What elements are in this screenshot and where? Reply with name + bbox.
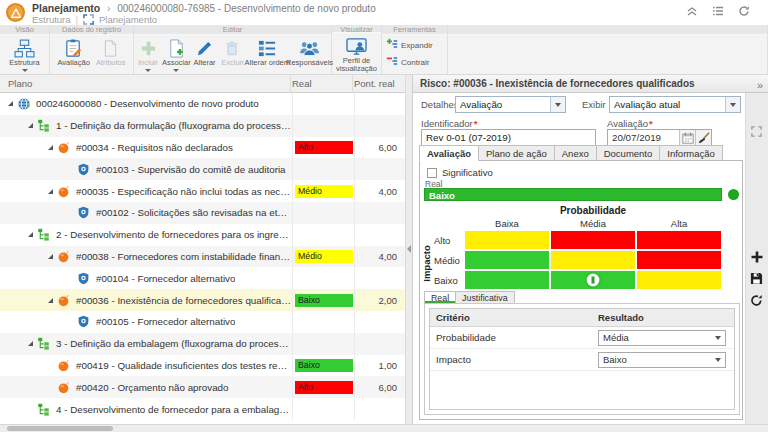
tree-row-score-cell	[354, 93, 405, 115]
org-chart-icon	[14, 38, 35, 58]
main-area: Plano Real Pont. real 000246000080 - Des…	[0, 75, 768, 424]
significativo-checkbox[interactable]	[427, 168, 437, 178]
toolbar-button-respons-veis[interactable]: Responsáveis	[289, 37, 330, 68]
toolbar-button-alterar-ordem[interactable]: Alterar ordem	[248, 37, 288, 68]
risk-panel-title: Risco: #00036 - Inexistência de forneced…	[413, 75, 768, 93]
toolbar-button-perfil-de-visualiza-o[interactable]: Perfil de visualização	[333, 35, 380, 74]
identificador-label: Identificador*	[421, 118, 477, 129]
plan-tree: 000246000080 - Desenvolvimento de novo p…	[0, 93, 405, 424]
expand-collapse-icon[interactable]	[48, 254, 53, 259]
detalhes-select-value: Avaliação	[456, 99, 550, 110]
toolbar-button-avalia-o[interactable]: Avaliação	[56, 37, 92, 68]
breadcrumb-separator-icon: ›	[107, 3, 110, 14]
exibir-select[interactable]: Avaliação atual	[609, 96, 741, 113]
refresh-page-icon[interactable]	[738, 5, 750, 17]
tab-avalia-o[interactable]: Avaliação	[419, 145, 479, 161]
expand-collapse-icon[interactable]	[48, 298, 53, 303]
risk-panel-title-text: Risco: #00036 - Inexistência de forneced…	[420, 78, 695, 89]
tree-item-label: 2 - Desenvolvimento de fornecedores para…	[56, 229, 292, 240]
matrix-cell[interactable]	[465, 231, 549, 249]
detalhes-select[interactable]: Avaliação	[455, 96, 566, 113]
matrix-cell[interactable]	[551, 251, 635, 269]
toolbar-button-label: Perfil de visualização	[335, 57, 379, 73]
maximize-icon[interactable]	[751, 126, 762, 139]
panel-collapse-icon[interactable]: »	[757, 77, 763, 93]
refresh-icon[interactable]	[750, 294, 763, 309]
avaliacao-date-value[interactable]: 20/07/2019	[608, 130, 679, 145]
tree-row[interactable]: #00103 - Supervisão do comitê de auditor…	[0, 158, 405, 180]
splitter-collapse-icon[interactable]	[407, 245, 411, 253]
tree-row[interactable]: #00105 - Fornecedor alternativo	[0, 311, 405, 333]
tree-item-label: #00036 - Inexistência de fornecedores qu…	[76, 295, 292, 306]
matrix-cell[interactable]	[465, 251, 549, 269]
tree-row[interactable]: #00035 - Especificação não inclui todas …	[0, 180, 405, 202]
toolbar-button-expandir[interactable]: Expandir	[386, 38, 433, 52]
matrix-cell[interactable]	[637, 271, 721, 289]
expand-collapse-icon[interactable]	[28, 341, 33, 346]
tab-informa-o[interactable]: Informação	[660, 145, 723, 161]
identificador-input[interactable]: Rev 0-01 (07-2019)	[421, 129, 596, 146]
document-icon	[102, 38, 119, 58]
tab-anexo[interactable]: Anexo	[555, 145, 597, 161]
tree-row[interactable]: #00036 - Inexistência de fornecedores qu…	[0, 289, 405, 311]
subnav-estrutura[interactable]: Estrutura	[32, 14, 71, 25]
expand-collapse-icon[interactable]	[28, 232, 33, 237]
tab-plano-de-a-o[interactable]: Plano de ação	[479, 145, 555, 161]
avaliacao-date-field[interactable]: 20/07/2019	[607, 129, 712, 146]
toolbar-button-label: Atributos	[96, 59, 126, 67]
save-icon[interactable]	[750, 272, 763, 287]
toolbar-button-associar[interactable]: Associar	[163, 37, 190, 73]
toolbar-group-0: VisãoEstrutura	[0, 25, 50, 74]
column-header-real[interactable]: Real	[292, 78, 312, 89]
tree-row-plano-cell: #00035 - Especificação não inclui todas …	[0, 180, 292, 202]
collapse-all-icon[interactable]	[686, 5, 698, 17]
tree-row[interactable]: #00420 - Orçamento não aprovadoAlto6,00	[0, 376, 405, 398]
expand-collapse-icon[interactable]	[48, 145, 53, 150]
tree-order-icon	[258, 38, 277, 58]
toolbar-group-label: Dados do registro	[50, 25, 133, 35]
column-header-plano[interactable]: Plano	[8, 78, 32, 89]
subnav-planejamento[interactable]: Planejamento	[99, 14, 157, 25]
toolbar-button-estrutura[interactable]: Estrutura	[7, 37, 41, 73]
tree-row[interactable]: #00038 - Fornecedores com instabilidade …	[0, 246, 405, 268]
matrix-cell[interactable]	[551, 271, 635, 289]
tree-row[interactable]: #00034 - Requisitos não declaradosAlto6,…	[0, 137, 405, 159]
add-evaluation-icon[interactable]	[750, 250, 764, 266]
toolbar-button-excluir: Excluir	[220, 37, 246, 68]
chevron-down-icon	[715, 336, 721, 340]
toolbar-button-alterar[interactable]: Alterar	[192, 37, 218, 68]
activity-icon	[37, 228, 52, 242]
column-header-pont-real[interactable]: Pont. real	[354, 78, 395, 89]
matrix-cell[interactable]	[465, 271, 549, 289]
resultado-select-probabilidade[interactable]: Média	[598, 330, 726, 346]
tree-row[interactable]: 000246000080 - Desenvolvimento de novo p…	[0, 93, 405, 115]
tab-documento[interactable]: Documento	[597, 145, 661, 161]
clear-brush-icon[interactable]	[695, 130, 711, 145]
tree-row[interactable]: 3 - Definição da embalagem (fluxograma d…	[0, 333, 405, 355]
toolbar-button-contrair[interactable]: Contrair	[386, 55, 429, 69]
expand-collapse-icon[interactable]	[28, 123, 33, 128]
breadcrumb-module[interactable]: Planejamento	[32, 2, 100, 14]
tree-row-plano-cell: 2 - Desenvolvimento de fornecedores para…	[0, 224, 292, 246]
globe-icon	[17, 97, 32, 111]
matrix-cell[interactable]	[637, 251, 721, 269]
expand-collapse-icon[interactable]	[8, 101, 13, 106]
tree-row[interactable]: #00419 - Qualidade insuficientes dos tes…	[0, 355, 405, 377]
risk-tabs: AvaliaçãoPlano de açãoAnexoDocumentoInfo…	[419, 145, 723, 161]
calendar-icon[interactable]	[679, 130, 695, 145]
matrix-cell[interactable]	[551, 231, 635, 249]
resultado-col-header: Resultado	[592, 309, 734, 326]
expand-collapse-icon[interactable]	[48, 189, 53, 194]
matrix-cell[interactable]	[637, 231, 721, 249]
tree-row[interactable]: 2 - Desenvolvimento de fornecedores para…	[0, 224, 405, 246]
tree-row[interactable]: 1 - Definição da formulação (fluxograma …	[0, 115, 405, 137]
list-view-icon[interactable]	[712, 5, 724, 17]
tree-row[interactable]: #00104 - Fornecedor alternativo	[0, 267, 405, 289]
horizontal-scrollbar[interactable]	[7, 426, 113, 431]
toolbar-button-label: Alterar ordem	[245, 59, 290, 67]
resultado-select-impacto[interactable]: Baixo	[598, 352, 726, 368]
panel-splitter[interactable]	[405, 75, 413, 424]
plus-pale-icon	[139, 38, 158, 58]
tree-row[interactable]: #00102 - Solicitações são revisadas na e…	[0, 202, 405, 224]
tree-row[interactable]: 4 - Desenvolvimento de fornecedor para a…	[0, 398, 405, 420]
